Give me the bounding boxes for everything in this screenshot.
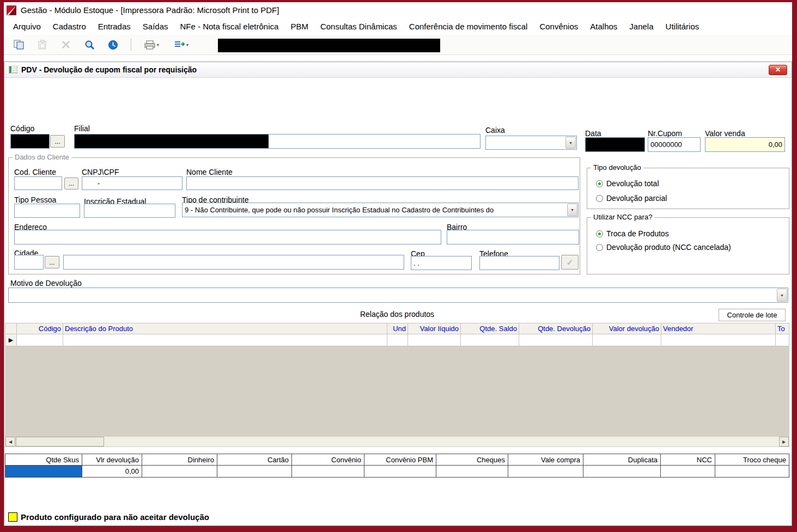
cidade-browse-button[interactable]: ... — [45, 256, 59, 268]
radio-devolucao-total-label[interactable]: Devolução total — [606, 179, 659, 188]
export-list-icon — [174, 40, 185, 49]
bairro-field[interactable] — [447, 230, 579, 244]
radio-devolucao-parcial-label[interactable]: Devolução parcial — [606, 194, 667, 203]
radio-troca-produtos-label[interactable]: Troca de Produtos — [606, 229, 669, 238]
column-header-qtde-devolucao[interactable]: Qtde. Devolução — [519, 323, 593, 334]
cnpj-cpf-field[interactable]: - — [82, 176, 182, 190]
print-dropdown-arrow[interactable]: ▼ — [156, 43, 160, 47]
column-header-total-truncated[interactable]: To — [776, 323, 789, 334]
menu-janela[interactable]: Janela — [623, 19, 659, 34]
summary-header-duplicata: Duplicata — [583, 454, 661, 466]
export-button[interactable]: ▼ — [168, 37, 194, 53]
telefone-field[interactable] — [479, 256, 559, 270]
cep-field[interactable]: . . — [411, 256, 472, 270]
cell-vendedor[interactable] — [661, 334, 776, 346]
cell-valor-liquido[interactable] — [408, 334, 461, 346]
cell-codigo[interactable] — [17, 334, 63, 346]
product-table-header: Código Descrição do Produto Und Valor lí… — [5, 323, 789, 334]
caixa-dropdown-arrow[interactable]: ▼ — [565, 137, 576, 149]
paste-icon — [38, 40, 47, 50]
caixa-select[interactable]: ▼ — [485, 136, 577, 150]
product-table-row[interactable]: ▶ — [5, 334, 789, 346]
menu-nfe[interactable]: NFe - Nota fiscal eletrônica — [174, 19, 284, 34]
delete-button[interactable] — [56, 37, 76, 53]
legend-yellow-square — [8, 512, 17, 522]
menu-arquivo[interactable]: Arquivo — [7, 19, 47, 34]
close-button[interactable]: ✕ — [769, 65, 787, 75]
column-header-und[interactable]: Und — [387, 323, 408, 334]
confirm-client-button[interactable]: ✓ — [561, 255, 579, 270]
cod-cliente-browse-button[interactable]: ... — [64, 178, 78, 189]
dialog-title: PDV - Devolução de cupom fiscal por requ… — [21, 65, 197, 74]
copy-button[interactable] — [9, 37, 29, 53]
scroll-left-icon: ◀ — [9, 439, 12, 444]
valor-venda-label: Valor venda — [705, 129, 745, 138]
cell-qtde-devolucao[interactable] — [519, 334, 593, 346]
dialog-icon — [9, 66, 17, 74]
column-header-descricao[interactable]: Descrição do Produto — [63, 323, 387, 334]
codigo-browse-button[interactable]: ... — [50, 135, 65, 148]
menu-consultas-dinamicas[interactable]: Consultas Dinâmicas — [314, 19, 403, 34]
column-header-valor-devolucao[interactable]: Valor devolução — [593, 323, 661, 334]
cell-und[interactable] — [387, 334, 408, 346]
scrollbar-thumb[interactable] — [16, 437, 104, 447]
controle-de-lote-button[interactable]: Controle de lote — [719, 309, 786, 321]
menu-pbm[interactable]: PBM — [284, 19, 314, 34]
scroll-left-button[interactable]: ◀ — [5, 437, 15, 447]
filial-field[interactable] — [74, 134, 480, 149]
valor-venda-field[interactable]: 0,00 — [705, 137, 785, 152]
menu-entradas[interactable]: Entradas — [92, 19, 137, 34]
column-header-valor-liquido[interactable]: Valor líquido — [408, 323, 461, 334]
menu-saidas[interactable]: Saídas — [137, 19, 174, 34]
cell-valor-devolucao[interactable] — [593, 334, 661, 346]
tipo-devolucao-group-title: Tipo devolução — [591, 163, 643, 172]
tipo-contribuinte-select[interactable]: 9 - Não Contribuinte, que pode ou não po… — [182, 203, 579, 217]
cell-descricao[interactable] — [63, 334, 387, 346]
column-header-vendedor[interactable]: Vendedor — [661, 323, 776, 334]
summary-value-cartao — [217, 466, 292, 478]
radio-troca-produtos[interactable] — [596, 230, 603, 237]
menu-conferencia-movimento-fiscal[interactable]: Conferência de movimento fiscal — [403, 19, 534, 34]
export-dropdown-arrow[interactable]: ▼ — [186, 43, 190, 47]
motivo-devolucao-select[interactable]: ▼ — [8, 288, 788, 303]
data-field[interactable] — [585, 137, 645, 152]
column-header-qtde-saldo[interactable]: Qtde. Saldo — [461, 323, 519, 334]
toolbar-separator — [131, 38, 131, 51]
radio-devolucao-total[interactable] — [596, 180, 603, 187]
menu-convenios[interactable]: Convênios — [533, 19, 584, 34]
cidade-codigo-field[interactable] — [14, 255, 44, 270]
cell-qtde-saldo[interactable] — [461, 334, 519, 346]
radio-devolucao-produto-ncc-label[interactable]: Devolução produto (NCC cancelada) — [606, 243, 731, 252]
nome-cliente-field[interactable] — [186, 176, 579, 190]
codigo-field[interactable] — [10, 134, 50, 149]
print-button[interactable]: ▼ — [139, 37, 165, 53]
search-icon — [84, 40, 95, 50]
inscricao-estadual-field[interactable] — [84, 204, 175, 218]
menu-cadastro[interactable]: Cadastro — [47, 19, 92, 34]
history-clock-button[interactable] — [103, 37, 123, 53]
cell-total[interactable] — [776, 334, 789, 346]
paste-button[interactable] — [33, 37, 52, 53]
scroll-right-button[interactable]: ▶ — [779, 437, 789, 447]
window-title: Gestão - Módulo Estoque - [Impressora Pa… — [21, 5, 279, 15]
cod-cliente-field[interactable] — [14, 176, 62, 190]
nr-cupom-field[interactable]: 00000000 — [648, 137, 701, 152]
menu-atalhos[interactable]: Atalhos — [584, 19, 623, 34]
search-button[interactable] — [80, 37, 99, 53]
pdv-dialog: PDV - Devolução de cupom fiscal por requ… — [4, 62, 792, 526]
radio-devolucao-parcial[interactable] — [596, 195, 603, 202]
tipo-pessoa-field[interactable] — [14, 204, 80, 218]
horizontal-scrollbar[interactable]: ◀ ▶ — [5, 436, 789, 447]
legend-text: Produto configurado para não aceitar dev… — [21, 512, 209, 522]
column-header-codigo[interactable]: Código — [17, 323, 63, 334]
toolbar: ▼ ▼ — [4, 35, 792, 55]
summary-value-qtde-skus — [5, 466, 82, 478]
summary-header-dinheiro: Dinheiro — [142, 454, 217, 466]
motivo-dropdown-arrow[interactable]: ▼ — [777, 289, 787, 302]
codigo-label: Código — [10, 124, 34, 133]
tipo-contribuinte-dropdown-arrow[interactable]: ▼ — [567, 204, 577, 216]
cidade-nome-field[interactable] — [63, 255, 404, 270]
menu-utilitarios[interactable]: Utilitários — [660, 19, 705, 34]
radio-devolucao-produto-ncc[interactable] — [596, 244, 603, 251]
endereco-field[interactable] — [14, 230, 441, 244]
